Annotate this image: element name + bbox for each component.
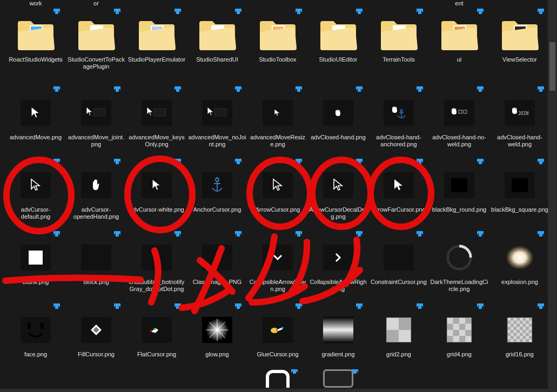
svg-rect-166 xyxy=(526,327,529,330)
file-item[interactable]: advCursor-default.png xyxy=(5,152,66,225)
file-item[interactable]: advancedMove.png xyxy=(5,80,66,152)
file-item[interactable]: DarkThemeLoadingCircle.png xyxy=(429,225,489,297)
sync-overlay-icon xyxy=(112,158,122,167)
sync-overlay-icon xyxy=(415,158,425,167)
partial-thumb[interactable] xyxy=(247,369,308,391)
folder-item[interactable]: StudioSharedUI xyxy=(187,8,247,80)
file-item[interactable]: grid16.png xyxy=(489,297,550,369)
svg-marker-55 xyxy=(538,159,544,164)
file-item[interactable]: ArrowCursor.png xyxy=(247,152,308,225)
folder-item[interactable]: RoactStudioWidgets xyxy=(5,8,66,80)
file-item[interactable]: AnchorCursor.png xyxy=(187,152,247,225)
svg-rect-152 xyxy=(520,333,523,336)
svg-marker-46 xyxy=(175,159,181,164)
svg-marker-50 xyxy=(235,159,241,164)
file-item[interactable]: GlueCursor.png xyxy=(247,297,308,369)
file-item[interactable]: JOIN advClosed-hand-weld.png xyxy=(489,80,550,152)
folder-item[interactable]: StudioPlayerEmulator xyxy=(126,8,187,80)
svg-rect-128 xyxy=(511,333,514,336)
svg-marker-113 xyxy=(477,303,484,309)
file-item[interactable]: FlatCursor.png xyxy=(126,297,187,369)
vertical-scrollbar[interactable] xyxy=(548,0,557,392)
svg-rect-91 xyxy=(399,317,411,330)
item-label: DarkThemeLoadingCircle.png xyxy=(430,279,488,293)
file-thumbnail xyxy=(255,93,300,133)
svg-rect-126 xyxy=(511,327,514,330)
file-thumbnail xyxy=(255,310,300,350)
folder-item[interactable]: StudioUIEditor xyxy=(308,8,368,80)
svg-marker-41 xyxy=(477,86,484,92)
svg-marker-62 xyxy=(417,231,423,236)
partial-label xyxy=(368,0,429,8)
file-item[interactable]: ArrowCursorDecalDrag.png xyxy=(308,152,368,225)
svg-rect-143 xyxy=(516,330,520,333)
folder-icon xyxy=(73,15,119,55)
file-item[interactable]: CollapsibleArrowDown.png xyxy=(247,225,308,297)
file-item[interactable]: gradient.png xyxy=(308,297,368,369)
file-item[interactable]: ArrowFarCursor.png xyxy=(368,152,429,225)
file-item[interactable]: ConstraintCursor.png xyxy=(368,225,429,297)
item-label: block.png xyxy=(83,279,109,286)
item-label: FlatCursor.png xyxy=(137,351,176,358)
svg-point-84 xyxy=(281,327,284,329)
svg-rect-68 xyxy=(41,323,44,329)
file-grid[interactable]: RoactStudioWidgets StudioConvertToPackag… xyxy=(0,8,557,369)
file-item[interactable]: explosion.png xyxy=(489,225,550,297)
item-label: CollapsibleArrowRight.png xyxy=(309,279,367,293)
partial-thumb[interactable] xyxy=(308,369,368,391)
file-thumbnail xyxy=(134,165,179,205)
svg-rect-121 xyxy=(507,336,511,339)
file-item[interactable]: . advancedMove_joint.png xyxy=(66,80,126,152)
file-item[interactable]: grid2.png xyxy=(368,297,429,369)
file-item[interactable]: grid4.png xyxy=(429,297,489,369)
svg-marker-87 xyxy=(356,303,363,309)
file-item[interactable]: FillCursor.png xyxy=(66,297,126,369)
file-item[interactable]: . advancedMove_noJoint.png xyxy=(187,80,247,152)
file-item[interactable]: advClosed-hand.png xyxy=(308,80,368,152)
sync-overlay-icon xyxy=(475,85,485,95)
file-item[interactable]: glow.png xyxy=(187,297,247,369)
sync-overlay-icon xyxy=(354,85,364,95)
file-item[interactable]: advClosed-hand-no-weld.png xyxy=(429,80,489,152)
folder-item[interactable]: StudioConvertToPackagePlugin xyxy=(66,8,126,80)
file-item[interactable]: Blank.png xyxy=(5,225,66,297)
item-label: CollapsibleArrowDown.png xyxy=(249,279,307,293)
file-item[interactable]: CollapsibleArrowRight.png xyxy=(308,225,368,297)
svg-point-73 xyxy=(150,330,152,332)
folder-item[interactable]: ui xyxy=(429,8,489,80)
item-label: ArrowCursorDecalDrag.png xyxy=(309,206,367,220)
partial-label: ent xyxy=(429,0,489,8)
folder-item[interactable]: ViewSelector xyxy=(489,8,550,80)
svg-rect-124 xyxy=(511,321,514,324)
svg-marker-7 xyxy=(175,9,181,14)
folder-item[interactable]: TerrainTools xyxy=(368,8,429,80)
svg-rect-101 xyxy=(453,324,459,330)
item-label: chatBubble_botnotifyGray_dotDotDot.png xyxy=(127,279,186,293)
item-label: blackBkg_square.png xyxy=(491,206,548,213)
item-label: blackBkg_round.png xyxy=(432,206,486,213)
file-item[interactable]: ClassImages.PNG xyxy=(187,225,247,297)
file-thumbnail xyxy=(255,238,300,278)
svg-rect-92 xyxy=(399,330,411,342)
item-label: ClassImages.PNG xyxy=(193,279,241,286)
folder-item[interactable]: StudioToolbox xyxy=(247,8,308,80)
sync-overlay-icon xyxy=(112,230,122,240)
item-label: AnchorCursor.png xyxy=(193,206,241,213)
scrollbar-thumb[interactable] xyxy=(549,42,555,91)
file-item[interactable]: face.png xyxy=(5,297,66,369)
file-item[interactable]: blackBkg_round.png xyxy=(429,152,489,225)
file-item[interactable]: blackBkg_square.png xyxy=(489,152,550,225)
file-thumbnail xyxy=(376,310,421,350)
svg-rect-106 xyxy=(459,330,465,336)
item-label: ViewSelector xyxy=(502,56,537,63)
file-item[interactable]: . advancedMove_keysOnly.png xyxy=(126,80,187,152)
file-item[interactable]: block.png xyxy=(66,225,126,297)
svg-rect-136 xyxy=(514,333,517,336)
file-item[interactable]: advCursor-white.png xyxy=(126,152,187,225)
file-item[interactable]: advancedMoveResize.png xyxy=(247,80,308,152)
file-item[interactable]: advCursor-openedHand.png xyxy=(66,152,126,225)
file-item[interactable]: advClosed-hand-anchored.png xyxy=(368,80,429,152)
svg-point-35 xyxy=(400,110,402,112)
file-item[interactable]: chatBubble_botnotifyGray_dotDotDot.png xyxy=(126,225,187,297)
file-thumbnail xyxy=(13,165,58,205)
